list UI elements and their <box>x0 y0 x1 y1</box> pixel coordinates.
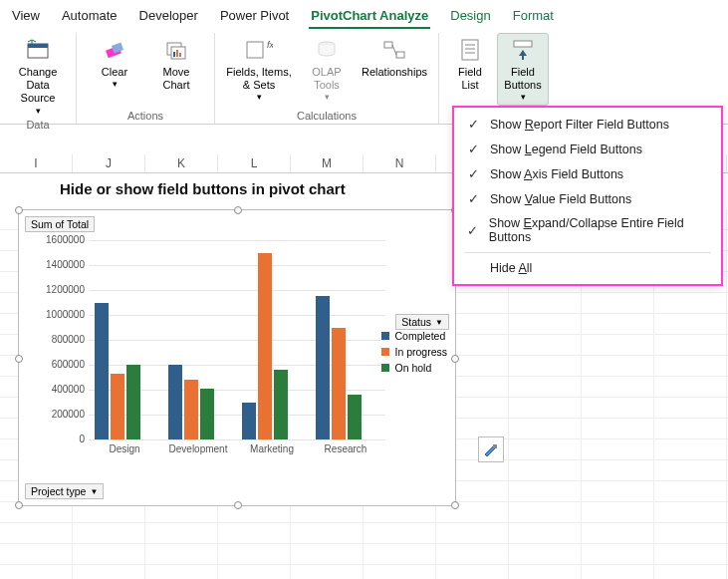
col-L[interactable]: L <box>218 154 291 172</box>
tab-automate[interactable]: Automate <box>60 4 120 29</box>
col-K[interactable]: K <box>145 154 218 172</box>
status-filter-button[interactable]: Status▼ <box>395 314 449 330</box>
menu-hide-all[interactable]: Hide All <box>454 256 721 280</box>
resize-handle[interactable] <box>451 355 459 363</box>
group-label-calc: Calculations <box>297 110 357 124</box>
tab-pivotchart-analyze[interactable]: PivotChart Analyze <box>309 4 430 29</box>
check-icon: ✓ <box>466 223 479 238</box>
svg-rect-6 <box>173 52 175 57</box>
check-icon: ✓ <box>466 117 480 132</box>
fields-fx-icon: fx <box>245 36 273 64</box>
relationships-button[interactable]: Relationships <box>361 33 428 82</box>
pivot-chart[interactable]: Sum of Total Status▼ Project type▼ 0 200… <box>18 209 456 506</box>
legend-swatch <box>381 332 389 340</box>
ribbon-tabs: View Automate Developer Power Pivot Pivo… <box>0 0 728 29</box>
menu-show-value[interactable]: ✓Show Value Field Buttons <box>454 186 721 211</box>
menu-separator <box>464 252 711 253</box>
svg-rect-1 <box>28 44 48 48</box>
legend-item: On hold <box>381 362 447 374</box>
chevron-down-icon: ▼ <box>90 487 98 496</box>
menu-show-legend[interactable]: ✓Show Legend Field Buttons <box>454 137 721 161</box>
legend-swatch <box>381 364 389 372</box>
svg-rect-13 <box>396 52 404 58</box>
resize-handle[interactable] <box>234 206 242 214</box>
menu-show-report-filter[interactable]: ✓Show Report Filter Field Buttons <box>454 112 721 137</box>
move-chart-button[interactable]: Move Chart <box>148 33 204 95</box>
sum-of-total-button[interactable]: Sum of Total <box>25 216 95 232</box>
project-type-filter-button[interactable]: Project type▼ <box>25 483 104 499</box>
change-data-source-button[interactable]: Change Data Source▾ <box>10 33 66 119</box>
tab-developer[interactable]: Developer <box>137 4 200 29</box>
relationships-icon <box>380 36 408 64</box>
tab-design[interactable]: Design <box>448 4 492 29</box>
legend-item: In progress <box>381 346 447 358</box>
svg-rect-9 <box>247 42 263 58</box>
svg-rect-19 <box>514 41 532 47</box>
resize-handle[interactable] <box>451 501 459 509</box>
group-label-data: Data <box>26 119 49 133</box>
legend-item: Completed <box>381 330 447 342</box>
col-M[interactable]: M <box>291 154 364 172</box>
menu-show-axis[interactable]: ✓Show Axis Field Buttons <box>454 161 721 186</box>
tab-powerpivot[interactable]: Power Pivot <box>218 4 291 29</box>
svg-rect-8 <box>179 53 181 57</box>
data-source-icon <box>24 36 52 64</box>
group-label-actions: Actions <box>127 110 163 124</box>
check-icon: ✓ <box>466 142 480 156</box>
format-paintbrush-button[interactable] <box>478 436 504 462</box>
olap-icon <box>313 36 341 64</box>
legend-swatch <box>381 348 389 356</box>
svg-rect-12 <box>384 42 392 48</box>
col-J[interactable]: J <box>73 154 145 172</box>
svg-rect-20 <box>493 444 497 448</box>
olap-tools-button: OLAP Tools▾ <box>299 33 355 106</box>
field-list-button[interactable]: Field List <box>449 33 491 95</box>
svg-text:fx: fx <box>267 40 273 50</box>
svg-rect-15 <box>462 40 478 60</box>
fields-items-sets-button[interactable]: fx Fields, Items, & Sets▾ <box>225 33 293 106</box>
field-buttons-dropdown: ✓Show Report Filter Field Buttons ✓Show … <box>452 106 723 286</box>
chevron-down-icon: ▼ <box>435 318 443 327</box>
paintbrush-icon <box>482 440 500 458</box>
svg-line-14 <box>392 45 396 55</box>
svg-rect-7 <box>176 50 178 57</box>
resize-handle[interactable] <box>15 206 23 214</box>
clear-button[interactable]: Clear▾ <box>87 33 142 93</box>
move-chart-icon <box>162 36 190 64</box>
resize-handle[interactable] <box>15 501 23 509</box>
col-I[interactable]: I <box>0 154 73 172</box>
resize-handle[interactable] <box>15 355 23 363</box>
chart-legend[interactable]: Completed In progress On hold <box>381 330 447 378</box>
tab-view[interactable]: View <box>10 4 42 29</box>
tab-format[interactable]: Format <box>511 4 556 29</box>
field-buttons-button[interactable]: Field Buttons▾ <box>497 33 549 106</box>
check-icon: ✓ <box>466 166 480 181</box>
page-title: Hide or show field buttons in pivot char… <box>60 180 346 197</box>
eraser-icon <box>101 36 128 64</box>
resize-handle[interactable] <box>234 501 242 509</box>
check-icon: ✓ <box>466 191 480 206</box>
chart-plot-area: 0 200000 400000 600000 800000 1000000 12… <box>37 240 385 449</box>
field-list-icon <box>456 36 484 64</box>
col-N[interactable]: N <box>364 154 436 172</box>
menu-show-expand-collapse[interactable]: ✓Show Expand/Collapse Entire Field Butto… <box>454 211 721 249</box>
field-buttons-icon <box>509 36 537 64</box>
